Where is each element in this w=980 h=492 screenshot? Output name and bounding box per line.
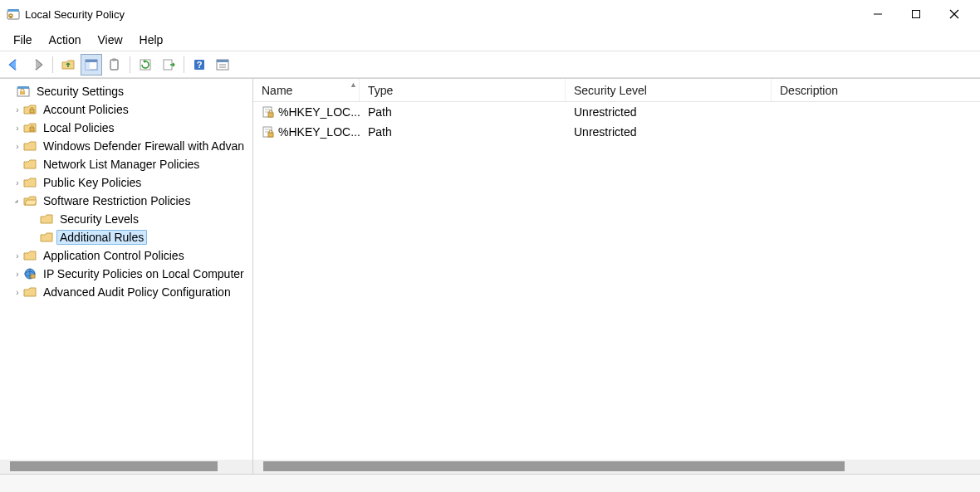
content-area: Security Settings › Account Policies › L… xyxy=(0,78,980,474)
folder-lock-icon xyxy=(23,103,37,116)
svg-rect-33 xyxy=(268,113,273,117)
tree-label: Windows Defender Firewall with Advan xyxy=(43,139,244,153)
folder-icon xyxy=(40,231,53,244)
expand-toggle-icon[interactable]: › xyxy=(12,142,23,151)
tree-label: Public Key Policies xyxy=(43,176,141,189)
tree-item-network-list[interactable]: Network List Manager Policies xyxy=(0,155,252,173)
svg-rect-18 xyxy=(217,60,228,62)
svg-rect-37 xyxy=(268,133,273,137)
column-header-description[interactable]: Description xyxy=(772,79,980,101)
list-row[interactable]: %HKEY_LOC... Path Unrestricted xyxy=(253,122,980,142)
network-icon xyxy=(23,267,37,280)
svg-rect-24 xyxy=(30,110,34,113)
expand-toggle-icon[interactable]: › xyxy=(12,251,23,261)
scrollbar-thumb[interactable] xyxy=(10,461,218,471)
column-label: Name xyxy=(262,84,292,97)
folder-lock-icon xyxy=(23,121,37,134)
tree-item-public-key[interactable]: › Public Key Policies xyxy=(0,173,252,192)
svg-rect-25 xyxy=(30,128,34,131)
sort-indicator-icon: ▲ xyxy=(350,80,357,89)
maximize-button[interactable] xyxy=(897,0,935,28)
tree-item-account-policies[interactable]: › Account Policies xyxy=(0,100,252,119)
horizontal-scrollbar-left[interactable] xyxy=(0,460,252,474)
list-pane: Name ▲ Type Security Level Description %… xyxy=(253,79,980,474)
close-button[interactable] xyxy=(935,0,973,28)
svg-rect-1 xyxy=(7,9,19,12)
tree-label: IP Security Policies on Local Computer xyxy=(43,267,244,280)
tree-item-local-policies[interactable]: › Local Policies xyxy=(0,119,252,137)
tree-label: Local Policies xyxy=(43,121,115,134)
copy-button[interactable] xyxy=(104,54,125,76)
tree-root-security-settings[interactable]: Security Settings xyxy=(0,82,252,100)
back-button[interactable] xyxy=(3,54,25,76)
folder-icon xyxy=(23,176,37,189)
expand-toggle-icon[interactable]: › xyxy=(12,124,23,133)
status-bar xyxy=(0,474,980,492)
tree-label: Software Restriction Policies xyxy=(43,194,190,207)
shield-icon xyxy=(17,85,30,98)
list-row[interactable]: %HKEY_LOC... Path Unrestricted xyxy=(253,102,980,122)
title-bar: Local Security Policy xyxy=(0,0,980,28)
export-list-button[interactable] xyxy=(158,54,179,76)
svg-rect-10 xyxy=(86,62,90,70)
refresh-button[interactable] xyxy=(135,54,156,76)
tree-item-security-levels[interactable]: Security Levels xyxy=(0,210,252,228)
horizontal-scrollbar-right[interactable] xyxy=(253,460,980,474)
forward-button[interactable] xyxy=(27,54,48,76)
tree-item-advanced-audit[interactable]: › Advanced Audit Policy Configuration xyxy=(0,283,252,301)
svg-rect-5 xyxy=(913,11,920,18)
folder-icon xyxy=(23,139,37,153)
svg-rect-11 xyxy=(110,60,118,70)
svg-rect-29 xyxy=(31,275,35,278)
tree-item-additional-rules[interactable]: Additional Rules xyxy=(0,228,252,246)
menu-view[interactable]: View xyxy=(89,30,130,50)
toolbar-separator xyxy=(130,56,130,73)
tree-label: Security Settings xyxy=(37,85,124,98)
column-header-name[interactable]: Name ▲ xyxy=(253,79,360,101)
toolbar-separator xyxy=(52,56,53,73)
show-hide-tree-button[interactable] xyxy=(81,54,102,76)
tree-label: Application Control Policies xyxy=(43,249,184,262)
svg-rect-9 xyxy=(86,60,97,62)
menu-action[interactable]: Action xyxy=(41,30,90,50)
column-header-type[interactable]: Type xyxy=(360,79,566,101)
folder-icon xyxy=(23,285,37,299)
toolbar-separator xyxy=(184,56,184,73)
tree-label: Security Levels xyxy=(60,212,139,226)
list-header: Name ▲ Type Security Level Description xyxy=(253,79,980,102)
minimize-button[interactable] xyxy=(859,0,897,28)
expand-toggle-icon[interactable]: › xyxy=(12,288,23,297)
expand-toggle-icon[interactable]: › xyxy=(12,270,23,279)
svg-rect-22 xyxy=(17,86,29,89)
svg-rect-12 xyxy=(112,58,116,61)
tree-item-application-control[interactable]: › Application Control Policies xyxy=(0,246,252,265)
properties-button[interactable] xyxy=(212,54,233,76)
tree-item-firewall[interactable]: › Windows Defender Firewall with Advan xyxy=(0,137,252,155)
up-level-button[interactable] xyxy=(57,54,79,76)
expand-toggle-icon[interactable]: › xyxy=(12,105,23,114)
folder-icon xyxy=(40,212,53,226)
cell-type: Path xyxy=(368,125,392,139)
menu-file[interactable]: File xyxy=(5,30,41,50)
registry-path-icon xyxy=(262,125,275,139)
folder-open-icon xyxy=(23,194,37,207)
column-header-security-level[interactable]: Security Level xyxy=(566,79,772,101)
toolbar: ? xyxy=(0,51,980,78)
help-button[interactable]: ? xyxy=(189,54,210,76)
cell-security-level: Unrestricted xyxy=(574,105,636,119)
folder-icon xyxy=(23,249,37,262)
registry-path-icon xyxy=(262,105,275,119)
tree-label: Advanced Audit Policy Configuration xyxy=(43,285,231,299)
expand-toggle-icon xyxy=(12,160,23,169)
scrollbar-thumb[interactable] xyxy=(263,461,845,471)
tree-item-software-restriction[interactable]: › Software Restriction Policies xyxy=(0,192,252,210)
menu-bar: File Action View Help xyxy=(0,28,980,51)
list-body[interactable]: %HKEY_LOC... Path Unrestricted %HKEY_LOC… xyxy=(253,102,980,460)
tree-pane: Security Settings › Account Policies › L… xyxy=(0,79,253,474)
tree-item-ipsec[interactable]: › IP Security Policies on Local Computer xyxy=(0,265,252,283)
navigation-tree[interactable]: Security Settings › Account Policies › L… xyxy=(0,79,252,460)
folder-icon xyxy=(23,158,37,171)
cell-type: Path xyxy=(368,105,392,119)
expand-toggle-icon[interactable]: › xyxy=(12,178,23,188)
menu-help[interactable]: Help xyxy=(131,30,172,50)
